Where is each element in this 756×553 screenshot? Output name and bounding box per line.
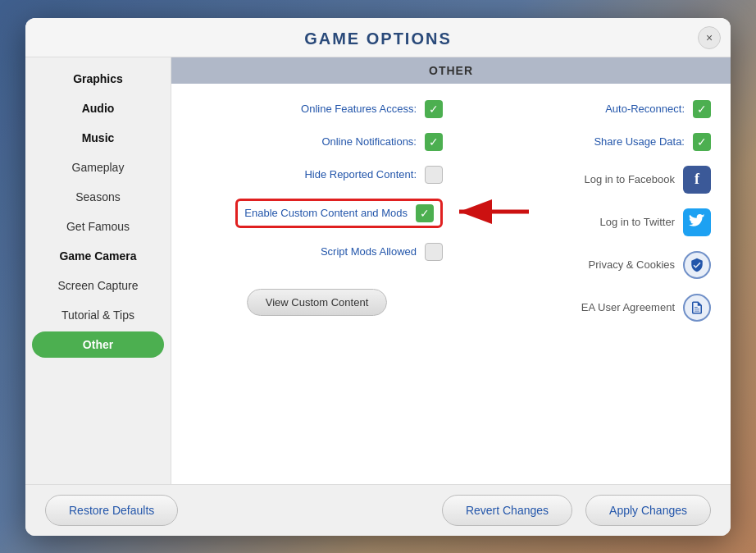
share-usage-label: Share Usage Data:: [459, 135, 685, 148]
sidebar-item-seasons[interactable]: Seasons: [25, 182, 171, 212]
close-button[interactable]: ×: [698, 26, 721, 49]
script-mods-row: Script Mods Allowed: [191, 243, 443, 261]
enable-custom-content-checkbox[interactable]: ✓: [416, 204, 434, 222]
facebook-label: Log in to Facebook: [459, 173, 675, 185]
online-notifications-checkbox[interactable]: ✓: [425, 133, 443, 151]
share-usage-row: Share Usage Data: ✓: [459, 133, 711, 151]
right-column: Auto-Reconnect: ✓ Share Usage Data: ✓ Lo…: [459, 100, 711, 468]
sidebar: Graphics Audio Music Gameplay Seasons Ge…: [25, 57, 171, 484]
online-features-label: Online Features Access:: [191, 103, 417, 115]
twitter-icon[interactable]: [683, 208, 711, 236]
dialog-title: Game Options: [304, 30, 452, 48]
online-notifications-row: Online Notifications: ✓: [191, 133, 443, 151]
auto-reconnect-label: Auto-Reconnect:: [459, 103, 685, 115]
enable-custom-content-row: Enable Custom Content and Mods ✓: [235, 199, 443, 228]
ea-agreement-row: EA User Agreement: [459, 294, 711, 322]
game-options-dialog: Game Options × Graphics Audio Music Game…: [25, 18, 731, 536]
facebook-row: Log in to Facebook f: [459, 166, 711, 194]
sidebar-item-tutorial-tips[interactable]: Tutorial & Tips: [25, 300, 171, 330]
restore-defaults-button[interactable]: Restore Defaults: [45, 495, 178, 526]
hide-reported-checkbox[interactable]: [425, 166, 443, 184]
hide-reported-label: Hide Reported Content:: [191, 168, 417, 181]
privacy-row: Privacy & Cookies: [459, 251, 711, 279]
content-panel: Other Online Features Access: ✓ Online N…: [171, 57, 731, 484]
sidebar-item-graphics[interactable]: Graphics: [25, 64, 171, 94]
dialog-body: Graphics Audio Music Gameplay Seasons Ge…: [25, 57, 731, 484]
content-body: Online Features Access: ✓ Online Notific…: [171, 84, 731, 484]
privacy-label: Privacy & Cookies: [459, 258, 675, 271]
sidebar-item-game-camera[interactable]: Game Camera: [25, 241, 171, 271]
auto-reconnect-checkbox[interactable]: ✓: [693, 100, 711, 118]
online-features-checkbox[interactable]: ✓: [425, 100, 443, 118]
dialog-footer: Restore Defaults Revert Changes Apply Ch…: [25, 484, 731, 536]
sidebar-item-audio[interactable]: Audio: [25, 94, 171, 123]
facebook-icon[interactable]: f: [683, 166, 711, 194]
sidebar-item-gameplay[interactable]: Gameplay: [25, 153, 171, 182]
online-notifications-label: Online Notifications:: [191, 135, 417, 148]
ea-agreement-label: EA User Agreement: [459, 301, 675, 313]
apply-changes-button[interactable]: Apply Changes: [585, 495, 711, 526]
script-mods-checkbox[interactable]: [425, 243, 443, 261]
content-header: Other: [171, 57, 731, 84]
revert-changes-button[interactable]: Revert Changes: [442, 495, 572, 526]
script-mods-label: Script Mods Allowed: [191, 245, 417, 258]
sidebar-item-get-famous[interactable]: Get Famous: [25, 212, 171, 241]
sidebar-item-screen-capture[interactable]: Screen Capture: [25, 271, 171, 300]
ea-agreement-doc-icon[interactable]: [683, 294, 711, 322]
sidebar-item-other[interactable]: Other: [32, 331, 164, 358]
enable-custom-content-label: Enable Custom Content and Mods: [244, 207, 408, 219]
dialog-header: Game Options ×: [25, 18, 731, 57]
view-custom-content-button[interactable]: View Custom Content: [247, 289, 388, 316]
left-column: Online Features Access: ✓ Online Notific…: [191, 100, 443, 468]
twitter-row: Log in to Twitter: [459, 208, 711, 236]
hide-reported-row: Hide Reported Content:: [191, 166, 443, 184]
share-usage-checkbox[interactable]: ✓: [693, 133, 711, 151]
twitter-label: Log in to Twitter: [459, 216, 675, 228]
sidebar-item-music[interactable]: Music: [25, 123, 171, 153]
online-features-row: Online Features Access: ✓: [191, 100, 443, 118]
privacy-shield-icon[interactable]: [683, 251, 711, 279]
auto-reconnect-row: Auto-Reconnect: ✓: [459, 100, 711, 118]
footer-right-buttons: Revert Changes Apply Changes: [442, 495, 711, 526]
